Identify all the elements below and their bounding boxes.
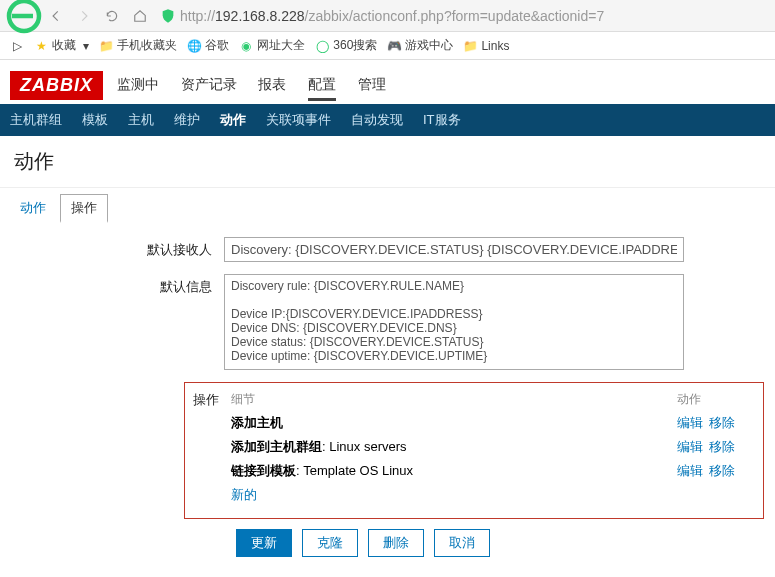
- subnav-correlation[interactable]: 关联项事件: [266, 111, 331, 129]
- info-label: 默认信息: [14, 274, 224, 296]
- cancel-button[interactable]: 取消: [434, 529, 490, 557]
- zabbix-header: ZABBIX 监测中 资产记录 报表 配置 管理: [0, 60, 775, 104]
- nav-monitoring[interactable]: 监测中: [117, 76, 159, 92]
- shield-icon: [160, 8, 176, 24]
- tab-action[interactable]: 动作: [10, 195, 56, 221]
- back-button[interactable]: [42, 2, 70, 30]
- edit-link[interactable]: 编辑: [677, 463, 703, 478]
- subnav-actions[interactable]: 动作: [220, 111, 246, 129]
- operations-section: 操作 细节 动作 添加主机 编辑移除 添加到主机群组: Linux server…: [184, 382, 764, 519]
- col-action: 动作: [677, 391, 757, 408]
- folder-icon: 📁: [99, 39, 113, 53]
- page-title: 动作: [0, 136, 775, 188]
- zabbix-logo[interactable]: ZABBIX: [10, 71, 103, 100]
- edge-logo-icon: [6, 2, 42, 30]
- sub-nav: 主机群组 模板 主机 维护 动作 关联项事件 自动发现 IT服务: [0, 104, 775, 136]
- forward-button[interactable]: [70, 2, 98, 30]
- subnav-services[interactable]: IT服务: [423, 111, 461, 129]
- game-icon: 🎮: [387, 39, 401, 53]
- bookmarks-bar: ▷ ★收藏 ▾ 📁手机收藏夹 🌐谷歌 ◉网址大全 ◯360搜索 🎮游戏中心 📁L…: [0, 32, 775, 60]
- bookmark-item[interactable]: ◯360搜索: [315, 37, 377, 54]
- subnav-maintenance[interactable]: 维护: [174, 111, 200, 129]
- edit-link[interactable]: 编辑: [677, 439, 703, 454]
- subnav-templates[interactable]: 模板: [82, 111, 108, 129]
- nav-inventory[interactable]: 资产记录: [181, 76, 237, 92]
- edit-link[interactable]: 编辑: [677, 415, 703, 430]
- operation-row: 添加主机 编辑移除: [231, 414, 757, 432]
- bookmarks-menu[interactable]: ▷: [10, 39, 24, 53]
- recipient-label: 默认接收人: [14, 237, 224, 259]
- nav-administration[interactable]: 管理: [358, 76, 386, 92]
- new-operation-link[interactable]: 新的: [231, 487, 257, 502]
- operations-label: 操作: [191, 391, 231, 504]
- star-icon: ★: [34, 39, 48, 53]
- update-button[interactable]: 更新: [236, 529, 292, 557]
- address-bar[interactable]: http://192.168.8.228/zabbix/actionconf.p…: [160, 8, 769, 24]
- bookmark-item[interactable]: 📁手机收藏夹: [99, 37, 177, 54]
- nav-reports[interactable]: 报表: [258, 76, 286, 92]
- operation-row: 添加到主机群组: Linux servers 编辑移除: [231, 438, 757, 456]
- remove-link[interactable]: 移除: [709, 439, 735, 454]
- recipient-input[interactable]: [224, 237, 684, 262]
- globe-icon: 🌐: [187, 39, 201, 53]
- remove-link[interactable]: 移除: [709, 415, 735, 430]
- operation-row: 链接到模板: Template OS Linux 编辑移除: [231, 462, 757, 480]
- site-icon: ◉: [239, 39, 253, 53]
- tabs: 动作 操作: [0, 188, 775, 229]
- button-bar: 更新 克隆 删除 取消: [236, 529, 761, 557]
- form: 默认接收人 默认信息 Discovery rule: {DISCOVERY.RU…: [0, 229, 775, 577]
- menu-icon: ▷: [10, 39, 24, 53]
- info-textarea[interactable]: Discovery rule: {DISCOVERY.RULE.NAME} De…: [224, 274, 684, 370]
- folder-icon: 📁: [463, 39, 477, 53]
- nav-configuration[interactable]: 配置: [308, 76, 336, 101]
- subnav-hosts[interactable]: 主机: [128, 111, 154, 129]
- subnav-hostgroups[interactable]: 主机群组: [10, 111, 62, 129]
- bookmark-item[interactable]: 🎮游戏中心: [387, 37, 453, 54]
- bookmark-item[interactable]: ◉网址大全: [239, 37, 305, 54]
- remove-link[interactable]: 移除: [709, 463, 735, 478]
- reload-button[interactable]: [98, 2, 126, 30]
- top-nav: 监测中 资产记录 报表 配置 管理: [117, 76, 404, 94]
- tab-operations[interactable]: 操作: [60, 194, 108, 223]
- clone-button[interactable]: 克隆: [302, 529, 358, 557]
- favorites-button[interactable]: ★收藏 ▾: [34, 37, 89, 54]
- bookmark-item[interactable]: 📁Links: [463, 39, 509, 53]
- col-details: 细节: [231, 391, 677, 408]
- delete-button[interactable]: 删除: [368, 529, 424, 557]
- bookmark-item[interactable]: 🌐谷歌: [187, 37, 229, 54]
- site-icon: ◯: [315, 39, 329, 53]
- subnav-discovery[interactable]: 自动发现: [351, 111, 403, 129]
- url-text: http://192.168.8.228/zabbix/actionconf.p…: [180, 8, 604, 24]
- browser-toolbar: http://192.168.8.228/zabbix/actionconf.p…: [0, 0, 775, 32]
- home-button[interactable]: [126, 2, 154, 30]
